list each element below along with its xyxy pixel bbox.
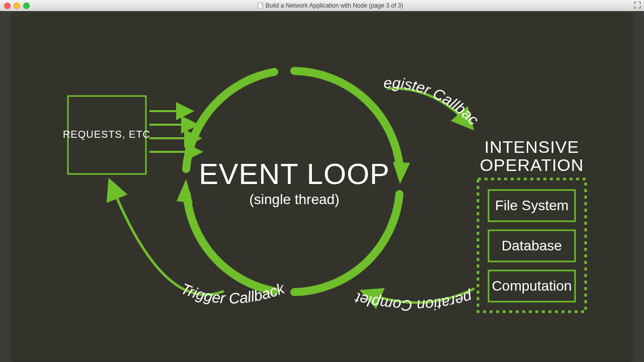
intensive-items: File System Database Computation [489, 190, 575, 302]
requests-box-label: REQUESTS, ETC [63, 129, 150, 140]
window-titlebar: Build a Network Application with Node (p… [0, 0, 644, 12]
register-callback-label: Register Callback [13, 13, 482, 128]
trigger-callback-label: Trigger Callback [179, 280, 288, 307]
zoom-icon[interactable] [23, 3, 30, 9]
intensive-item-0: File System [495, 198, 569, 213]
traffic-lights [4, 3, 30, 9]
window-title: Build a Network Application with Node (p… [30, 0, 631, 11]
slide-page: EVENT LOOP (single thread) REQUESTS, ETC… [13, 13, 631, 360]
window-title-text: Build a Network Application with Node (p… [266, 2, 404, 9]
event-loop-subtitle: (single thread) [250, 192, 340, 207]
minimize-icon[interactable] [14, 3, 20, 9]
close-icon[interactable] [4, 3, 11, 9]
trigger-callback-arrow [111, 183, 224, 295]
svg-marker-1 [393, 162, 410, 184]
event-loop-title: EVENT LOOP [199, 157, 390, 190]
svg-rect-0 [258, 3, 263, 9]
expand-icon[interactable] [634, 2, 641, 9]
intensive-item-2: Computation [492, 278, 572, 294]
document-icon [258, 3, 264, 9]
document-viewport: EVENT LOOP (single thread) REQUESTS, ETC… [0, 11, 644, 362]
event-loop-diagram: EVENT LOOP (single thread) REQUESTS, ETC… [13, 13, 631, 360]
intensive-title-2: OPERATION [480, 155, 584, 174]
intensive-item-1: Database [502, 238, 562, 253]
intensive-title-1: INTENSIVE [485, 137, 579, 156]
svg-marker-2 [177, 179, 193, 203]
